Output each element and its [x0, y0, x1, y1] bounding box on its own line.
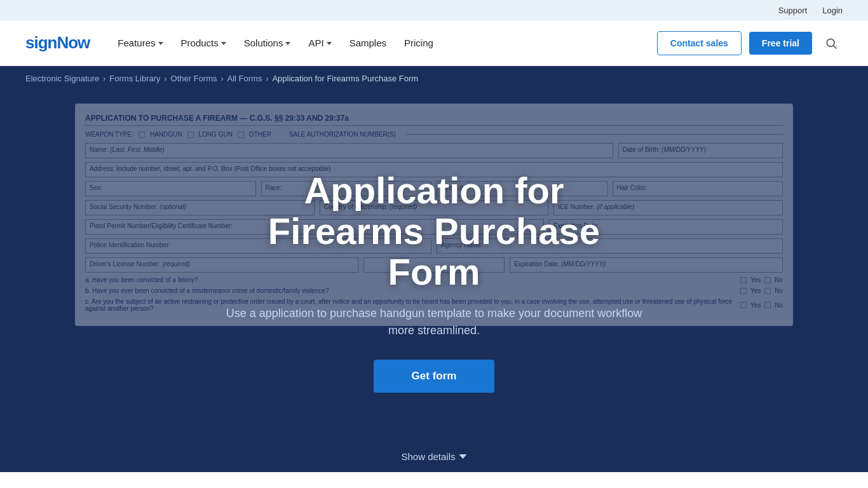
show-details-chevron-icon: [459, 454, 467, 459]
show-details[interactable]: Show details: [401, 451, 466, 462]
question-c-yes-check: [740, 302, 747, 308]
nav-samples[interactable]: Samples: [342, 32, 394, 53]
hero-overlay: Application for Firearms Purchase Form U…: [212, 145, 656, 417]
hero-subtitle: Use a application to purchase handgun te…: [224, 305, 644, 339]
search-icon: [825, 37, 837, 50]
login-link[interactable]: Login: [822, 6, 843, 15]
breadcrumb-electronic-signature[interactable]: Electronic Signature: [25, 74, 99, 83]
navbar: signNow Features Products Solutions API …: [0, 20, 868, 66]
logo[interactable]: signNow: [25, 33, 90, 53]
hero-title: Application for Firearms Purchase Form: [224, 170, 644, 292]
contact-sales-button[interactable]: Contact sales: [657, 31, 742, 55]
question-b-yes-check: [740, 288, 747, 294]
breadcrumb-sep-1: ›: [103, 74, 105, 83]
question-a-yes-check: [740, 277, 747, 283]
question-c-no-check: [764, 302, 771, 308]
breadcrumb-all-forms[interactable]: All Forms: [227, 74, 262, 83]
nav-samples-label: Samples: [349, 37, 386, 48]
nav-solutions[interactable]: Solutions: [236, 32, 299, 53]
get-form-button[interactable]: Get form: [374, 360, 495, 393]
form-bg-title: APPLICATION TO PURCHASE A FIREARM — C.G.…: [85, 114, 783, 126]
nav-products-label: Products: [181, 37, 219, 48]
question-a-yes-label: Yes: [750, 276, 761, 283]
breadcrumb-sep-4: ›: [266, 74, 268, 83]
long-gun-label: LONG GUN: [199, 131, 233, 138]
nav-features[interactable]: Features: [110, 32, 170, 53]
search-button[interactable]: [820, 32, 843, 55]
question-c-yes-label: Yes: [750, 302, 761, 309]
nav-links: Features Products Solutions API Samples …: [110, 32, 636, 53]
nav-products[interactable]: Products: [173, 32, 234, 53]
handgun-checkbox: [139, 132, 145, 138]
nav-features-label: Features: [118, 37, 155, 48]
breadcrumb-current: Application for Firearms Purchase Form: [272, 74, 418, 83]
api-chevron-icon: [327, 42, 332, 45]
logo-text: signNow: [25, 33, 90, 52]
nav-right: Contact sales Free trial: [657, 31, 843, 55]
nav-api-label: API: [308, 37, 323, 48]
nav-pricing-label: Pricing: [404, 37, 433, 48]
free-trial-button[interactable]: Free trial: [749, 32, 812, 55]
breadcrumb-sep-3: ›: [221, 74, 224, 83]
question-a-no-label: No: [775, 276, 783, 283]
sale-auth-label: SALE AUTHORIZATION NUMBER(S): [289, 131, 396, 138]
question-a-no-check: [764, 277, 771, 283]
nav-api[interactable]: API: [301, 32, 339, 53]
features-chevron-icon: [158, 42, 163, 45]
weapon-type-label: WEAPON TYPE:: [85, 131, 133, 138]
question-b-no-label: No: [775, 287, 783, 294]
svg-line-1: [834, 45, 837, 48]
support-link[interactable]: Support: [778, 6, 808, 15]
nav-solutions-label: Solutions: [244, 37, 283, 48]
breadcrumb-other-forms[interactable]: Other Forms: [171, 74, 217, 83]
breadcrumb: Electronic Signature › Forms Library › O…: [0, 66, 868, 91]
hero-area: APPLICATION TO PURCHASE A FIREARM — C.G.…: [0, 91, 868, 472]
question-b-no-check: [764, 288, 771, 294]
breadcrumb-forms-library[interactable]: Forms Library: [109, 74, 160, 83]
other-checkbox: [238, 132, 244, 138]
nav-pricing[interactable]: Pricing: [397, 32, 441, 53]
top-bar: Support Login: [0, 0, 868, 20]
breadcrumb-sep-2: ›: [165, 74, 167, 83]
long-gun-checkbox: [187, 132, 194, 138]
question-c-no-label: No: [775, 302, 783, 309]
solutions-chevron-icon: [285, 42, 290, 45]
show-details-label: Show details: [401, 451, 455, 462]
products-chevron-icon: [221, 42, 226, 45]
svg-point-0: [827, 39, 834, 46]
question-b-yes-label: Yes: [750, 287, 761, 294]
other-label: OTHER: [249, 131, 271, 138]
handgun-label: HANDGUN: [150, 131, 182, 138]
